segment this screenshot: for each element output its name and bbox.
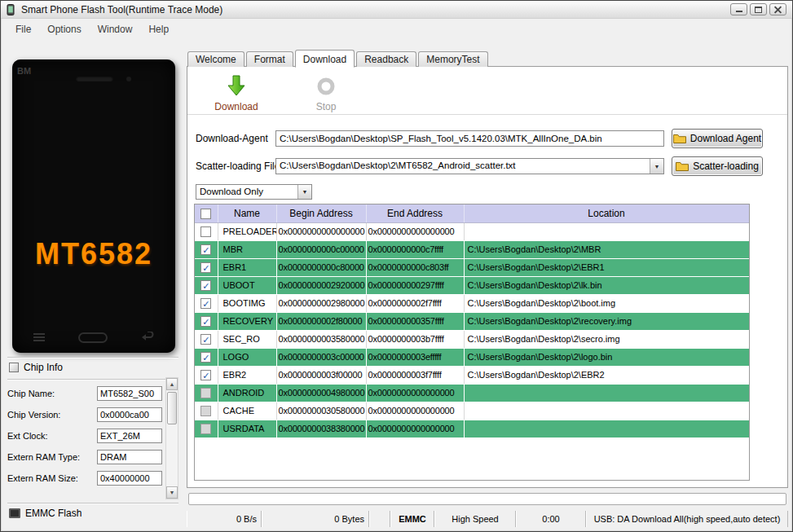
select-all-checkbox[interactable]: [200, 209, 211, 219]
menu-item-help[interactable]: Help: [140, 21, 177, 37]
table-row: ✓BOOTIMG0x00000000029800000x0000000002f7…: [195, 294, 749, 312]
row-begin-address-cell: 0x0000000000c00000: [276, 240, 366, 258]
menu-item-window[interactable]: Window: [90, 21, 141, 37]
row-checkbox[interactable]: [200, 226, 211, 237]
phone-chip-label: MT6582: [12, 237, 175, 271]
status-segment-1: 0 Bytes: [262, 511, 369, 527]
row-location-cell: [464, 384, 749, 402]
stop-icon: [315, 76, 337, 97]
download-agent-button-label: Download Agent: [690, 133, 761, 144]
chip-field-label: Ext Clock:: [7, 431, 48, 441]
app-body: BM MT6582 Chip Info: [1, 40, 792, 532]
column-header-end: End Address: [366, 204, 464, 222]
scroll-thumb[interactable]: [167, 392, 177, 424]
mode-dropdown-button[interactable]: ▼: [297, 185, 311, 199]
tab-welcome[interactable]: Welcome: [187, 51, 245, 67]
scroll-up-button[interactable]: ▲: [166, 378, 178, 390]
scatter-file-path: C:\Users\Bogdan\Desktop\2\MT6582_Android…: [276, 159, 650, 174]
table-row: ✓SEC_RO0x00000000035800000x0000000003b7f…: [195, 330, 749, 348]
separator: [7, 357, 178, 358]
phone-speaker: [76, 76, 113, 81]
download-agent-path-input[interactable]: [275, 130, 664, 147]
phone-menu-icon: [33, 332, 46, 342]
scatter-file-combobox[interactable]: C:\Users\Bogdan\Desktop\2\MT6582_Android…: [275, 158, 664, 174]
chip-info-scrollbar[interactable]: ▲ ▼: [165, 377, 178, 499]
row-name-cell: LOGO: [218, 348, 276, 366]
row-checkbox[interactable]: [200, 406, 211, 416]
status-segment-0: 0 B/s: [187, 511, 262, 527]
row-location-cell: [464, 402, 749, 420]
maximize-button[interactable]: [750, 3, 767, 15]
row-checkbox[interactable]: ✓: [200, 334, 211, 345]
status-bar: 0 B/s0 BytesEMMCHigh Speed0:00USB: DA Do…: [187, 511, 788, 527]
chip-field-value[interactable]: [97, 386, 162, 401]
download-mode-select[interactable]: Download Only ▼: [196, 184, 312, 200]
menu-item-options[interactable]: Options: [39, 21, 89, 37]
tab-format[interactable]: Format: [246, 51, 293, 67]
select-all-cell: [195, 204, 218, 222]
row-checkbox[interactable]: ✓: [200, 244, 211, 255]
scatter-loading-button[interactable]: Scatter-loading: [672, 156, 763, 176]
row-begin-address-cell: 0x0000000002920000: [276, 276, 366, 294]
scroll-down-button[interactable]: ▼: [166, 486, 178, 499]
row-location-cell: C:\Users\Bogdan\Desktop\2\EBR2: [464, 366, 749, 384]
scatter-dropdown-button[interactable]: ▼: [650, 159, 663, 174]
row-end-address-cell: 0x000000000297ffff: [366, 276, 464, 294]
row-checkbox[interactable]: ✓: [200, 280, 211, 291]
row-name-cell: BOOTIMG: [218, 294, 276, 312]
minimize-button[interactable]: [730, 3, 747, 15]
menu-item-file[interactable]: File: [7, 21, 39, 37]
tab-memorytest[interactable]: MemoryTest: [418, 51, 487, 67]
row-begin-address-cell: 0x0000000003580000: [276, 330, 366, 348]
row-end-address-cell: 0x0000000003efffff: [366, 348, 464, 366]
row-checkbox[interactable]: ✓: [200, 316, 211, 327]
row-end-address-cell: 0x000000000357ffff: [366, 312, 464, 330]
close-button[interactable]: [769, 3, 786, 15]
row-end-address-cell: 0x0000000000c7ffff: [366, 240, 464, 258]
chip-field-value[interactable]: [97, 450, 162, 464]
row-location-cell: C:\Users\Bogdan\Desktop\2\EBR1: [464, 258, 749, 276]
toolbar-separator: [187, 114, 787, 115]
stop-action-label: Stop: [287, 101, 365, 112]
row-checkbox[interactable]: ✓: [200, 262, 211, 273]
row-checkbox[interactable]: ✓: [200, 298, 211, 309]
phone-back-icon: [139, 332, 154, 343]
row-check-cell: ✓: [195, 348, 218, 366]
tab-download[interactable]: Download: [295, 50, 355, 68]
table-row: ✓UBOOT0x00000000029200000x000000000297ff…: [195, 276, 749, 294]
row-begin-address-cell: 0x0000000004980000: [276, 384, 366, 402]
row-name-cell: RECOVERY: [218, 312, 276, 330]
phone-home-button: [78, 332, 108, 343]
chip-field-value[interactable]: [97, 471, 162, 486]
download-action[interactable]: Download: [197, 73, 275, 112]
emmc-flash-icon: [9, 508, 20, 518]
row-check-cell: [195, 222, 218, 240]
chip-info-row: Chip Name:: [7, 385, 162, 402]
scatter-file-label: Scatter-loading File: [196, 160, 280, 172]
stop-action[interactable]: Stop: [287, 73, 365, 112]
app-icon: [5, 4, 16, 15]
download-agent-label: Download-Agent: [196, 133, 268, 144]
row-end-address-cell: 0x0000000000000000: [366, 402, 464, 420]
chip-field-value[interactable]: [97, 429, 162, 443]
row-name-cell: UBOOT: [218, 276, 276, 294]
row-checkbox[interactable]: ✓: [200, 352, 211, 363]
chip-field-value[interactable]: [97, 407, 162, 422]
chevron-down-icon: ▼: [654, 164, 660, 169]
table-row: ANDROID0x00000000049800000x0000000000000…: [195, 384, 749, 402]
row-begin-address-cell: 0x0000000000000000: [276, 222, 366, 240]
chip-field-label: Chip Version:: [7, 410, 60, 420]
titlebar: Smart Phone Flash Tool(Runtime Trace Mod…: [1, 1, 792, 19]
separator: [7, 503, 178, 503]
row-checkbox[interactable]: [200, 388, 211, 398]
download-agent-button[interactable]: Download Agent: [672, 129, 763, 148]
row-checkbox[interactable]: ✓: [200, 370, 211, 380]
status-segment-3: EMMC: [390, 511, 434, 527]
row-checkbox[interactable]: [200, 424, 211, 434]
phone-watermark: BM: [17, 66, 31, 76]
tab-readback[interactable]: Readback: [356, 51, 416, 67]
scroll-track[interactable]: [166, 390, 178, 486]
row-check-cell: ✓: [195, 276, 218, 294]
left-panel: BM MT6582 Chip Info: [1, 40, 185, 532]
row-location-cell: C:\Users\Bogdan\Desktop\2\lk.bin: [464, 276, 749, 294]
